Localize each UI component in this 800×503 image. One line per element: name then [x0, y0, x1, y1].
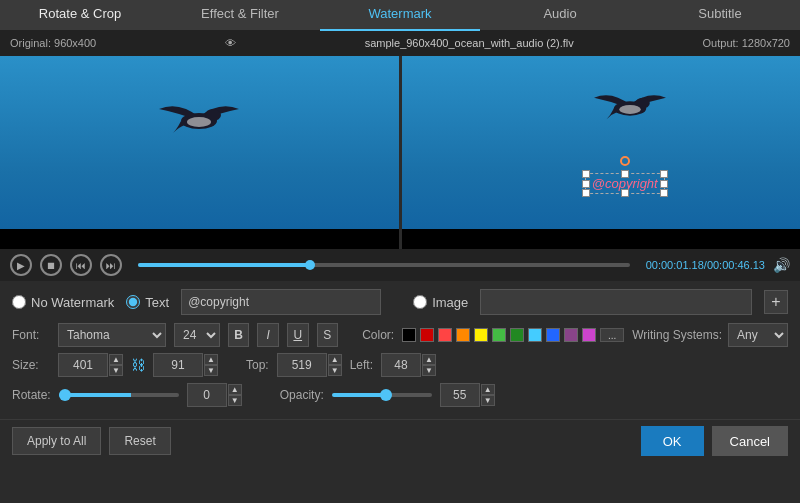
color-swatch-yellow[interactable] [474, 328, 488, 342]
cancel-button[interactable]: Cancel [712, 426, 788, 456]
resize-handle-br[interactable] [660, 189, 668, 197]
top-spinner: ▲ ▼ [277, 353, 342, 377]
tab-audio[interactable]: Audio [480, 0, 640, 31]
tab-effect[interactable]: Effect & Filter [160, 0, 320, 31]
left-input[interactable] [381, 353, 421, 377]
color-swatch-red[interactable] [438, 328, 452, 342]
left-up[interactable]: ▲ [422, 354, 436, 365]
controls-area: No Watermark Text Image + Font: Tahoma 2… [0, 281, 800, 419]
watermark-text-input[interactable] [181, 289, 381, 315]
color-swatch-purple[interactable] [564, 328, 578, 342]
size-width-btns: ▲ ▼ [109, 354, 123, 376]
next-button[interactable]: ⏭ [100, 254, 122, 276]
no-watermark-option[interactable]: No Watermark [12, 295, 114, 310]
top-down[interactable]: ▼ [328, 365, 342, 376]
color-swatch-blue[interactable] [546, 328, 560, 342]
rotate-input[interactable] [187, 383, 227, 407]
rotate-slider-wrap [59, 393, 179, 397]
color-swatches: ... [402, 328, 624, 342]
image-watermark-radio[interactable] [413, 295, 427, 309]
tab-watermark[interactable]: Watermark [320, 0, 480, 31]
svg-point-5 [619, 105, 641, 114]
color-swatch-black[interactable] [402, 328, 416, 342]
opacity-slider[interactable] [332, 393, 432, 397]
progress-bar[interactable] [138, 263, 630, 267]
tab-subtitle[interactable]: Subtitle [640, 0, 800, 31]
watermark-text-overlay[interactable]: @copyright [585, 173, 665, 194]
opacity-up[interactable]: ▲ [481, 384, 495, 395]
resize-handle-tr[interactable] [660, 170, 668, 178]
rotate-down[interactable]: ▼ [228, 395, 242, 406]
size-width-spinner: ▲ ▼ [58, 353, 123, 377]
size-width-down[interactable]: ▼ [109, 365, 123, 376]
size-height-input[interactable] [153, 353, 203, 377]
bird-right [585, 81, 675, 136]
size-label: Size: [12, 358, 50, 372]
strikethrough-button[interactable]: S [317, 323, 339, 347]
apply-all-button[interactable]: Apply to All [12, 427, 101, 455]
more-colors-button[interactable]: ... [600, 328, 624, 342]
italic-button[interactable]: I [257, 323, 279, 347]
play-button[interactable]: ▶ [10, 254, 32, 276]
image-path-input[interactable] [480, 289, 752, 315]
size-width-up[interactable]: ▲ [109, 354, 123, 365]
opacity-input[interactable] [440, 383, 480, 407]
image-watermark-label: Image [432, 295, 468, 310]
color-swatch-orange[interactable] [456, 328, 470, 342]
no-watermark-label: No Watermark [31, 295, 114, 310]
top-input[interactable] [277, 353, 327, 377]
tab-rotate[interactable]: Rotate & Crop [0, 0, 160, 31]
reset-button[interactable]: Reset [109, 427, 170, 455]
rotate-slider[interactable] [59, 393, 179, 397]
eye-icon[interactable]: 👁 [225, 37, 236, 49]
font-family-select[interactable]: Tahoma [58, 323, 166, 347]
filename: sample_960x400_ocean_with_audio (2).flv [365, 37, 574, 49]
left-dark-bottom [0, 229, 399, 249]
volume-icon[interactable]: 🔊 [773, 257, 790, 273]
opacity-btns: ▲ ▼ [481, 384, 495, 406]
ok-button[interactable]: OK [641, 426, 704, 456]
color-swatch-magenta[interactable] [582, 328, 596, 342]
add-image-button[interactable]: + [764, 290, 788, 314]
stop-button[interactable]: ⏹ [40, 254, 62, 276]
bold-button[interactable]: B [228, 323, 250, 347]
opacity-label: Opacity: [280, 388, 324, 402]
text-watermark-radio[interactable] [126, 295, 140, 309]
rotate-label: Rotate: [12, 388, 51, 402]
color-swatch-green[interactable] [510, 328, 524, 342]
resize-handle-lc[interactable] [582, 180, 590, 188]
progress-fill [138, 263, 310, 267]
left-video-bg [0, 56, 399, 249]
resize-handle-tc[interactable] [621, 170, 629, 178]
size-width-input[interactable] [58, 353, 108, 377]
resize-handle-tl[interactable] [582, 170, 590, 178]
color-swatch-lightblue[interactable] [528, 328, 542, 342]
color-swatch-lightgreen[interactable] [492, 328, 506, 342]
size-height-up[interactable]: ▲ [204, 354, 218, 365]
bottom-left-buttons: Apply to All Reset [12, 427, 171, 455]
writing-systems-select[interactable]: Any [728, 323, 788, 347]
prev-button[interactable]: ⏮ [70, 254, 92, 276]
image-watermark-option[interactable]: Image [413, 295, 468, 310]
chain-icon[interactable]: ⛓ [131, 357, 145, 373]
color-label: Color: [362, 328, 394, 342]
color-swatch-darkred[interactable] [420, 328, 434, 342]
size-height-down[interactable]: ▼ [204, 365, 218, 376]
top-up[interactable]: ▲ [328, 354, 342, 365]
playback-bar: ▶ ⏹ ⏮ ⏭ 00:00:01.18/00:00:46.13 🔊 [0, 249, 800, 281]
progress-thumb[interactable] [305, 260, 315, 270]
left-pos-label: Left: [350, 358, 373, 372]
video-panels: @copyright [0, 56, 800, 249]
resize-handle-bl[interactable] [582, 189, 590, 197]
rotate-up[interactable]: ▲ [228, 384, 242, 395]
font-size-select[interactable]: 24 [174, 323, 220, 347]
text-watermark-option[interactable]: Text [126, 295, 169, 310]
underline-button[interactable]: U [287, 323, 309, 347]
no-watermark-radio[interactable] [12, 295, 26, 309]
left-spinner: ▲ ▼ [381, 353, 436, 377]
rotate-handle[interactable] [620, 156, 630, 166]
resize-handle-rc[interactable] [660, 180, 668, 188]
resize-handle-bc[interactable] [621, 189, 629, 197]
left-down[interactable]: ▼ [422, 365, 436, 376]
opacity-down[interactable]: ▼ [481, 395, 495, 406]
